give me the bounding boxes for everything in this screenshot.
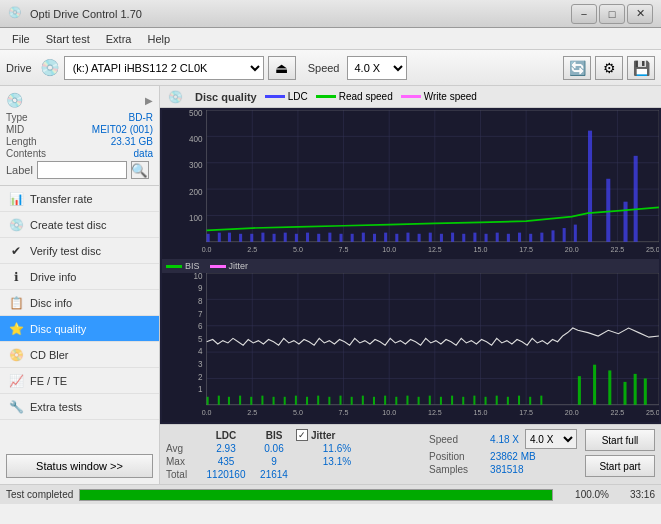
svg-text:500: 500 xyxy=(189,110,203,118)
extra-tests-label: Extra tests xyxy=(30,401,82,413)
eject-button[interactable]: ⏏ xyxy=(268,56,296,80)
svg-text:20.0: 20.0 xyxy=(565,408,579,418)
svg-text:12.5: 12.5 xyxy=(428,408,442,418)
svg-rect-103 xyxy=(273,397,275,405)
svg-text:100: 100 xyxy=(189,213,203,224)
svg-text:15.0: 15.0 xyxy=(474,408,488,418)
menu-help[interactable]: Help xyxy=(139,31,178,47)
label-input[interactable] xyxy=(37,161,127,179)
label-set-button[interactable]: 🔍 xyxy=(131,161,149,179)
fe-te-icon: 📈 xyxy=(8,373,24,389)
svg-rect-102 xyxy=(261,396,263,405)
svg-rect-110 xyxy=(351,397,353,405)
cd-bler-label: CD Bler xyxy=(30,349,69,361)
svg-rect-0 xyxy=(162,110,659,259)
svg-rect-34 xyxy=(395,234,398,242)
svg-rect-22 xyxy=(261,233,264,242)
samples-key: Samples xyxy=(429,464,484,475)
speed-select[interactable]: 4.0 X xyxy=(347,56,407,80)
legend-ldc-label: LDC xyxy=(288,91,308,102)
legend-read-speed: Read speed xyxy=(316,91,393,102)
svg-text:0.0: 0.0 xyxy=(202,408,212,418)
length-val: 23.31 GB xyxy=(52,136,153,147)
app-title: Opti Drive Control 1.70 xyxy=(30,8,571,20)
svg-rect-27 xyxy=(317,234,320,242)
svg-rect-112 xyxy=(373,397,375,405)
svg-text:5.0: 5.0 xyxy=(293,408,303,418)
stats-table: LDC BIS ✓ Jitter Avg 2.93 0.06 11.6% Max xyxy=(166,429,363,480)
legend-write-speed-label: Write speed xyxy=(424,91,477,102)
svg-rect-45 xyxy=(518,233,521,242)
svg-rect-36 xyxy=(418,234,421,242)
svg-text:17.5: 17.5 xyxy=(519,245,533,255)
status-text: Test completed xyxy=(6,489,73,500)
sidebar: 💿 ▶ Type BD-R MID MEIT02 (001) Length 23… xyxy=(0,86,160,484)
start-full-button[interactable]: Start full xyxy=(585,429,655,451)
speed-current-val: 4.18 X xyxy=(490,434,519,445)
sidebar-item-create-test-disc[interactable]: 💿 Create test disc xyxy=(0,212,159,238)
disc-info-label: Disc info xyxy=(30,297,72,309)
sidebar-item-verify-test-disc[interactable]: ✔ Verify test disc xyxy=(0,238,159,264)
legend-read-speed-label: Read speed xyxy=(339,91,393,102)
svg-rect-108 xyxy=(328,397,330,405)
menu-extra[interactable]: Extra xyxy=(98,31,140,47)
svg-rect-130 xyxy=(608,370,611,404)
svg-rect-38 xyxy=(440,234,443,242)
sidebar-item-drive-info[interactable]: ℹ Drive info xyxy=(0,264,159,290)
sidebar-item-cd-bler[interactable]: 📀 CD Bler xyxy=(0,342,159,368)
status-window-button[interactable]: Status window >> xyxy=(6,454,153,478)
disc-panel-icon: 💿 xyxy=(6,92,23,108)
sidebar-item-transfer-rate[interactable]: 📊 Transfer rate xyxy=(0,186,159,212)
bis-avg: 0.06 xyxy=(254,443,294,454)
svg-text:10.0: 10.0 xyxy=(382,245,396,255)
svg-rect-19 xyxy=(228,233,231,242)
minimize-button[interactable]: − xyxy=(571,4,597,24)
toolbar-btn-1[interactable]: 🔄 xyxy=(563,56,591,80)
svg-rect-126 xyxy=(529,397,531,405)
close-button[interactable]: ✕ xyxy=(627,4,653,24)
svg-text:12.5: 12.5 xyxy=(428,245,442,255)
svg-rect-35 xyxy=(406,233,409,242)
svg-text:300: 300 xyxy=(189,160,203,171)
speed-label: Speed xyxy=(308,62,340,74)
menu-start-test[interactable]: Start test xyxy=(38,31,98,47)
svg-rect-44 xyxy=(507,234,510,242)
toolbar-btn-2[interactable]: ⚙ xyxy=(595,56,623,80)
svg-text:7: 7 xyxy=(198,308,203,319)
svg-rect-28 xyxy=(328,233,331,242)
svg-rect-42 xyxy=(485,234,488,242)
sidebar-item-disc-info[interactable]: 📋 Disc info xyxy=(0,290,159,316)
ldc-max: 435 xyxy=(200,456,252,467)
speed-select-stats[interactable]: 4.0 X xyxy=(525,429,577,449)
legend-write-speed: Write speed xyxy=(401,91,477,102)
svg-rect-129 xyxy=(593,365,596,405)
jitter-checkbox[interactable]: ✓ xyxy=(296,429,308,441)
svg-rect-107 xyxy=(317,396,319,405)
svg-rect-51 xyxy=(588,131,592,242)
svg-rect-123 xyxy=(496,396,498,405)
total-label: Total xyxy=(166,469,198,480)
sidebar-item-disc-quality[interactable]: ⭐ Disc quality xyxy=(0,316,159,342)
svg-text:3: 3 xyxy=(198,359,203,370)
svg-rect-113 xyxy=(384,396,386,405)
toolbar-btn-3[interactable]: 💾 xyxy=(627,56,655,80)
content-area: 💿 Disc quality LDC Read speed Write spee… xyxy=(160,86,661,484)
maximize-button[interactable]: □ xyxy=(599,4,625,24)
svg-text:22.5: 22.5 xyxy=(611,408,625,418)
menu-file[interactable]: File xyxy=(4,31,38,47)
sidebar-item-extra-tests[interactable]: 🔧 Extra tests xyxy=(0,394,159,420)
verify-test-disc-label: Verify test disc xyxy=(30,245,101,257)
chart-icon: 💿 xyxy=(168,90,183,104)
drive-select[interactable]: (k:) ATAPI iHBS112 2 CL0K xyxy=(64,56,264,80)
svg-text:22.5: 22.5 xyxy=(611,245,625,255)
max-label: Max xyxy=(166,456,198,467)
main-layout: 💿 ▶ Type BD-R MID MEIT02 (001) Length 23… xyxy=(0,86,661,484)
bis-total: 21614 xyxy=(254,469,294,480)
svg-rect-124 xyxy=(507,397,509,405)
sidebar-item-fe-te[interactable]: 📈 FE / TE xyxy=(0,368,159,394)
app-icon: 💿 xyxy=(8,6,24,22)
svg-rect-24 xyxy=(284,233,287,242)
start-part-button[interactable]: Start part xyxy=(585,455,655,477)
mid-key: MID xyxy=(6,124,46,135)
svg-text:5: 5 xyxy=(198,333,203,344)
